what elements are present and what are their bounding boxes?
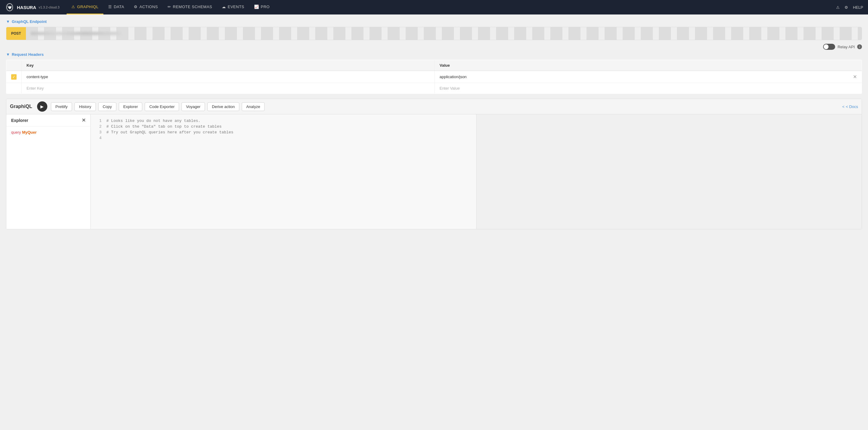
checkbox-col-header xyxy=(6,60,22,71)
endpoint-section-header[interactable]: ▼ GraphQL Endpoint xyxy=(6,19,862,24)
line-num-2: 2 xyxy=(94,124,101,129)
nav-item-events[interactable]: ☁ EVENTS xyxy=(217,0,249,15)
alert-icon[interactable]: ⚠ xyxy=(836,5,840,10)
row-checkbox-cell[interactable]: ✓ xyxy=(6,71,22,83)
endpoint-chevron-icon: ▼ xyxy=(6,19,10,24)
run-button[interactable]: ▶ xyxy=(37,102,47,112)
actions-col-header xyxy=(848,60,862,71)
brand: ◈ HASURA v1.3.2-cloud.3 xyxy=(5,2,59,12)
value-col-header: Value xyxy=(435,60,848,71)
line-num-3: 3 xyxy=(94,130,101,135)
headers-section-label: Request Headers xyxy=(12,52,44,57)
empty-key-cell[interactable]: Enter Key xyxy=(22,83,435,94)
relay-toggle[interactable] xyxy=(823,44,835,50)
graphiql-nav-icon: ⚠ xyxy=(71,4,75,9)
value-cell[interactable]: application/json xyxy=(435,71,848,83)
line-num-1: 1 xyxy=(94,119,101,123)
empty-value-cell[interactable]: Enter Value xyxy=(435,83,848,94)
delete-cell[interactable]: ✕ xyxy=(848,71,862,83)
graphiql-panel: GraphiQL ▶ Prettify History Copy Explore… xyxy=(6,99,862,229)
docs-label: < Docs xyxy=(846,105,858,109)
nav-item-graphiql[interactable]: ⚠ GRAPHIQL xyxy=(67,0,103,15)
data-nav-icon: ☰ xyxy=(108,4,112,9)
nav-items: ⚠ GRAPHIQL ☰ DATA ⚙ ACTIONS ✏ REMOTE SCH… xyxy=(67,0,836,15)
brand-version: v1.3.2-cloud.3 xyxy=(38,5,59,9)
headers-table: Key Value ✓ content-type application/jso… xyxy=(6,60,862,94)
code-line-2: 2 # Click on the "Data" tab on top to cr… xyxy=(91,124,476,130)
key-cell[interactable]: content-type xyxy=(22,71,435,83)
editor-panel[interactable]: 1 # Looks like you do not have any table… xyxy=(91,114,476,229)
editor-result-container: 1 # Looks like you do not have any table… xyxy=(91,114,862,229)
history-button[interactable]: History xyxy=(74,102,96,111)
query-keyword: query xyxy=(11,130,21,135)
key-col-header: Key xyxy=(22,60,435,71)
help-button[interactable]: HELP xyxy=(853,5,863,10)
explorer-title: Explorer xyxy=(11,118,28,123)
code-line-1: 1 # Looks like you do not have any table… xyxy=(91,118,476,124)
explorer-content: query MyQuer xyxy=(6,126,90,138)
explorer-button[interactable]: Explorer xyxy=(119,102,142,111)
endpoint-url[interactable] xyxy=(26,27,862,40)
explorer-panel: Explorer ✕ query MyQuer xyxy=(6,114,91,229)
code-text-1: # Looks like you do not have any tables. xyxy=(106,119,200,123)
code-text-3: # Try out GraphQL queries here after you… xyxy=(106,130,233,135)
code-line-3: 3 # Try out GraphQL queries here after y… xyxy=(91,130,476,135)
explorer-header: Explorer ✕ xyxy=(6,114,90,126)
enter-key-placeholder: Enter Key xyxy=(27,86,44,90)
result-panel xyxy=(476,114,862,229)
remote-schemas-nav-icon: ✏ xyxy=(167,4,171,9)
nav-events-label: EVENTS xyxy=(228,4,244,9)
query-vars-bar: QUERY VARIABLES xyxy=(91,229,476,229)
empty-checkbox-cell xyxy=(6,83,22,94)
endpoint-section-label: GraphQL Endpoint xyxy=(12,19,47,24)
nav-item-remote-schemas[interactable]: ✏ REMOTE SCHEMAS xyxy=(163,0,217,15)
enter-value-placeholder: Enter Value xyxy=(439,86,460,90)
table-row-empty: Enter Key Enter Value xyxy=(6,83,862,94)
docs-chevron-icon: < xyxy=(842,105,845,109)
nav-pro-label: PRO xyxy=(261,4,270,9)
graphiql-toolbar: GraphiQL ▶ Prettify History Copy Explore… xyxy=(6,99,862,114)
nav-data-label: DATA xyxy=(114,4,124,9)
checkbox-checked-icon: ✓ xyxy=(11,74,17,80)
relay-row: Relay API i xyxy=(6,44,862,50)
analyze-button[interactable]: Analyze xyxy=(242,102,265,111)
code-text-2: # Click on the "Data" tab on top to crea… xyxy=(106,124,221,129)
docs-link[interactable]: < < Docs xyxy=(842,105,858,109)
relay-label: Relay API xyxy=(838,45,855,49)
line-num-4: 4 xyxy=(94,136,101,140)
editor-area[interactable]: 1 # Looks like you do not have any table… xyxy=(91,114,476,229)
nav-graphiql-label: GRAPHIQL xyxy=(77,4,98,9)
request-headers-section: ▼ Request Headers Key Value ✓ content-ty… xyxy=(6,52,862,94)
actions-nav-icon: ⚙ xyxy=(134,4,138,9)
headers-section-header[interactable]: ▼ Request Headers xyxy=(6,52,862,57)
nav-item-pro[interactable]: 📈 PRO xyxy=(249,0,275,15)
nav-actions-label: ACTIONS xyxy=(140,4,158,9)
hasura-logo: ◈ xyxy=(5,2,14,12)
nav-item-data[interactable]: ☰ DATA xyxy=(103,0,129,15)
nav-item-actions[interactable]: ⚙ ACTIONS xyxy=(129,0,163,15)
graphiql-title: GraphiQL xyxy=(10,104,32,109)
derive-action-button[interactable]: Derive action xyxy=(207,102,239,111)
nav-right: ⚠ ⚙ HELP xyxy=(836,5,863,10)
top-nav: ◈ HASURA v1.3.2-cloud.3 ⚠ GRAPHIQL ☰ DAT… xyxy=(0,0,868,15)
relay-info-icon[interactable]: i xyxy=(857,45,862,49)
main-content: ▼ GraphQL Endpoint POST Relay API i ▼ Re… xyxy=(0,15,868,430)
delete-row-icon[interactable]: ✕ xyxy=(853,74,857,79)
svg-text:◈: ◈ xyxy=(8,5,12,10)
post-badge: POST xyxy=(6,27,26,40)
code-line-4: 4 xyxy=(91,135,476,141)
copy-button[interactable]: Copy xyxy=(98,102,116,111)
table-row: ✓ content-type application/json ✕ xyxy=(6,71,862,83)
empty-actions-cell xyxy=(848,83,862,94)
prettify-button[interactable]: Prettify xyxy=(51,102,72,111)
query-name[interactable]: MyQuer xyxy=(22,130,36,135)
events-nav-icon: ☁ xyxy=(222,4,226,9)
endpoint-bar: POST xyxy=(6,27,862,40)
explorer-close-button[interactable]: ✕ xyxy=(82,117,86,123)
nav-remote-schemas-label: REMOTE SCHEMAS xyxy=(173,4,213,9)
brand-name: HASURA xyxy=(17,5,36,10)
code-exporter-button[interactable]: Code Exporter xyxy=(145,102,179,111)
endpoint-url-blur xyxy=(31,32,121,35)
settings-icon[interactable]: ⚙ xyxy=(844,5,848,10)
voyager-button[interactable]: Voyager xyxy=(181,102,205,111)
